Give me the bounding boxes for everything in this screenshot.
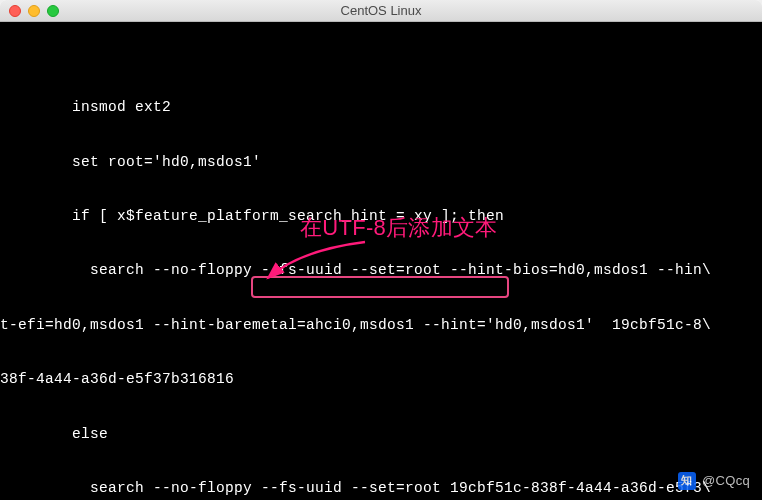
grub-line: search --no-floppy --fs-uuid --set=root …: [0, 261, 762, 279]
titlebar: CentOS Linux: [0, 0, 762, 22]
grub-line: if [ x$feature_platform_search_hint = xy…: [0, 207, 762, 225]
watermark: 知 @CQcq: [678, 472, 750, 490]
grub-line: t-efi=hd0,msdos1 --hint-baremetal=ahci0,…: [0, 316, 762, 334]
grub-line: insmod ext2: [0, 98, 762, 116]
app-window: CentOS Linux insmod ext2 set root='hd0,m…: [0, 0, 762, 500]
grub-line: set root='hd0,msdos1': [0, 153, 762, 171]
window-title: CentOS Linux: [341, 3, 422, 18]
zhihu-icon: 知: [678, 472, 696, 490]
grub-line: search --no-floppy --fs-uuid --set=root …: [0, 479, 762, 497]
maximize-button[interactable]: [47, 5, 59, 17]
watermark-handle: @CQcq: [702, 473, 750, 489]
close-button[interactable]: [9, 5, 21, 17]
traffic-lights: [0, 5, 59, 17]
grub-line: 38f-4a44-a36d-e5f37b316816: [0, 370, 762, 388]
grub-line: else: [0, 425, 762, 443]
minimize-button[interactable]: [28, 5, 40, 17]
terminal-screen[interactable]: insmod ext2 set root='hd0,msdos1' if [ x…: [0, 22, 762, 500]
